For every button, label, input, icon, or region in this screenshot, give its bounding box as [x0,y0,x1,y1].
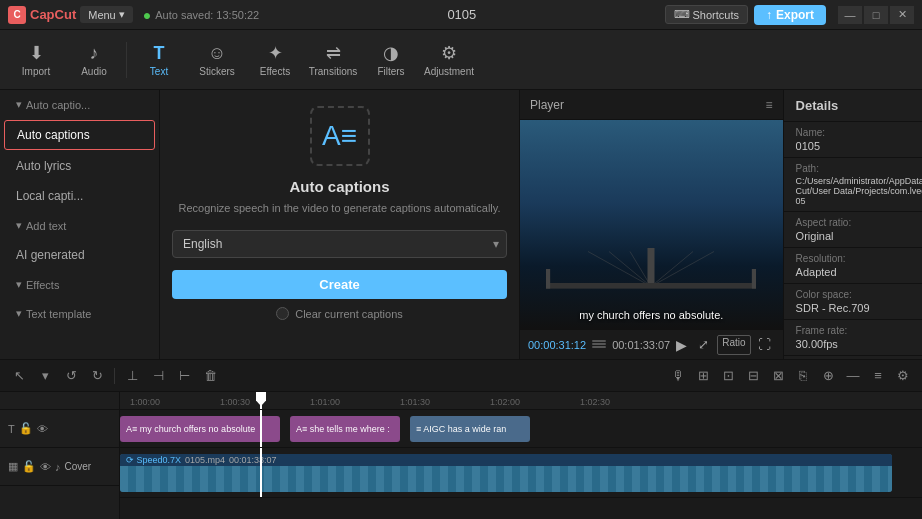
timeline-split-tool[interactable]: ⊥ [121,365,143,387]
video-track-lock[interactable]: 🔓 [22,460,36,473]
top-bar-right: ⌨ Shortcuts ↑ Export — □ ✕ [665,5,914,25]
caption-track-label: T 🔓 👁 [0,410,119,448]
sidebar-group-effects[interactable]: ▾ Effects [4,271,155,298]
timeline-copy-tool[interactable]: ⎘ [792,365,814,387]
create-button[interactable]: Create [172,270,507,299]
sidebar-group-add-text[interactable]: ▾ Add text [4,212,155,239]
clear-captions-checkbox[interactable] [276,307,289,320]
clear-captions-row: Clear current captions [276,307,403,320]
minimize-button[interactable]: — [838,6,862,24]
details-path-label: Path: [796,163,922,174]
timeline-tool-1[interactable]: ⊞ [692,365,714,387]
details-aspect-value: Original [796,230,922,242]
center-panel-title: Auto captions [290,178,390,195]
sidebar-item-auto-captions[interactable]: Auto captions [4,120,155,150]
center-panel-description: Recognize speech in the video to generat… [178,201,500,216]
timeline-trim-right[interactable]: ⊢ [173,365,195,387]
autosave-status: ● Auto saved: 13:50:22 [143,7,259,23]
tool-filters[interactable]: ◑ Filters [363,35,419,85]
svg-rect-8 [752,269,756,289]
playhead[interactable] [260,392,262,409]
tool-import[interactable]: ⬇ Import [8,35,64,85]
clear-captions-label: Clear current captions [295,308,403,320]
caption-track-visibility[interactable]: 👁 [37,423,48,435]
svg-rect-6 [546,283,756,289]
tool-transitions[interactable]: ⇌ Transitions [305,35,361,85]
video-track-label: ▦ 🔓 👁 ♪ Cover [0,448,119,486]
timeline-tool-4[interactable]: ⊠ [767,365,789,387]
sidebar-item-ai-generated[interactable]: AI generated [4,241,155,269]
player-fullscreen-icon[interactable]: ⛶ [755,335,775,355]
svg-line-1 [609,251,651,286]
language-select[interactable]: English Chinese Spanish French Japanese [172,230,507,258]
ratio-badge[interactable]: Ratio [717,335,750,355]
shortcuts-button[interactable]: ⌨ Shortcuts [665,5,748,24]
details-aspect-label: Aspect ratio: [796,217,922,228]
player-resize-icon[interactable]: ⤢ [693,335,713,355]
details-colorspace-value: SDR - Rec.709 [796,302,922,314]
transitions-icon: ⇌ [326,42,341,64]
caption-clip-3[interactable]: ≡ AIGC has a wide ran [410,416,530,442]
player-title: Player [530,98,564,112]
caption-clip-2[interactable]: A≡ she tells me where : [290,416,400,442]
timeline-undo[interactable]: ↺ [60,365,82,387]
tool-adjustment[interactable]: ⚙ Adjustment [421,35,477,85]
timeline-magnet-tool[interactable]: ⊕ [817,365,839,387]
timeline-trim-left[interactable]: ⊣ [147,365,169,387]
video-track-visibility[interactable]: 👁 [40,461,51,473]
tool-effects-label: Effects [260,66,290,77]
play-button[interactable]: ▶ [676,337,687,353]
timeline-redo[interactable]: ↻ [86,365,108,387]
sidebar-group-auto-captions[interactable]: ▾ Auto captio... [4,91,155,118]
caption-track-lock[interactable]: 🔓 [19,422,33,435]
maximize-button[interactable]: □ [864,6,888,24]
timeline-divider-1 [114,368,115,384]
details-name-row: Name: 0105 [784,122,922,158]
details-resolution-value: Adapted [796,266,922,278]
tool-effects[interactable]: ✦ Effects [247,35,303,85]
timeline-mic-icon[interactable]: 🎙 [667,365,689,387]
timeline-dropdown-btn[interactable]: ▾ [34,365,56,387]
sidebar-auto-captions-label: Auto captions [17,128,90,142]
caption-clip-1[interactable]: A≡ my church offers no absolute [120,416,280,442]
video-clip[interactable]: ⟳ Speed0.7X 0105.mp4 00:01:33:07 [120,454,892,492]
close-button[interactable]: ✕ [890,6,914,24]
timeline-delete[interactable]: 🗑 [199,365,221,387]
tool-text[interactable]: T Text [131,35,187,85]
caption-track-icon[interactable]: T [8,423,15,435]
tool-audio[interactable]: ♪ Audio [66,35,122,85]
details-framerate-value: 30.00fps [796,338,922,350]
tool-stickers[interactable]: ☺ Stickers [189,35,245,85]
player-video-background: my church offers no absolute. [520,120,783,329]
effects-icon: ✦ [268,42,283,64]
ruler-mark-5: 1:02:00 [490,397,520,407]
timeline-cursor-tool[interactable]: ↖ [8,365,30,387]
sidebar-item-local-captions[interactable]: Local capti... [4,182,155,210]
player-menu-icon[interactable]: ≡ [766,98,773,112]
sidebar-group-text-template[interactable]: ▾ Text template [4,300,155,327]
ruler-mark-2: 1:00:30 [220,397,250,407]
timeline-tool-2[interactable]: ⊡ [717,365,739,387]
timeline-tool-3[interactable]: ⊟ [742,365,764,387]
svg-line-3 [651,251,693,286]
video-track-audio[interactable]: ♪ [55,461,61,473]
player-right-buttons: ⤢ Ratio ⛶ [693,335,774,355]
logo-text: CapCut [30,7,76,22]
menu-button[interactable]: Menu ▾ [80,6,133,23]
frame-bar [592,340,606,350]
timeline-zoom-out[interactable]: — [842,365,864,387]
timeline-ruler: 1:00:00 1:00:30 1:01:00 1:01:30 1:02:00 … [120,392,922,410]
project-title: 0105 [447,7,476,22]
svg-line-4 [651,251,714,286]
sidebar-item-auto-lyrics[interactable]: Auto lyrics [4,152,155,180]
caption-track: A≡ my church offers no absolute A≡ she t… [120,410,922,448]
player-video-area: my church offers no absolute. [520,120,783,329]
playhead-caption [260,410,262,447]
timeline-zoom-slider[interactable]: ≡ [867,365,889,387]
playhead-handle[interactable] [256,392,266,406]
export-button[interactable]: ↑ Export [754,5,826,25]
video-track-icon[interactable]: ▦ [8,460,18,473]
tool-audio-label: Audio [81,66,107,77]
bridge-graphic [546,239,756,299]
timeline-settings[interactable]: ⚙ [892,365,914,387]
